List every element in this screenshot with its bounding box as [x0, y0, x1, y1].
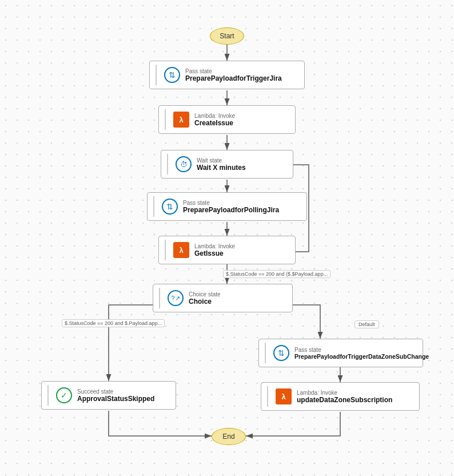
succeed-icon: ✓ [56, 387, 72, 403]
wait-icon: ⏱ [176, 156, 192, 172]
node-text: Choice state Choice [189, 291, 221, 306]
start-label: Start [220, 32, 234, 40]
state-name: PreparePayloadforPollingJira [183, 206, 279, 214]
prepare-payload-datazone-node[interactable]: ⇅ Pass state PreparePayloadforTriggerDat… [258, 339, 423, 367]
pass-icon-area: ⇅ [161, 198, 178, 215]
state-name: PreparePayloadforTriggerJira [185, 74, 282, 82]
node-divider [156, 65, 157, 85]
start-node[interactable]: Start [210, 27, 244, 45]
lambda-icon-area: λ [173, 241, 190, 259]
node-divider [265, 343, 266, 363]
pass-icon: ⇅ [164, 67, 180, 83]
node-text: Lambda: Invoke updateDataZoneSubscriptio… [297, 390, 392, 404]
state-type: Succeed state [77, 388, 154, 395]
prepare-payload-polling-node[interactable]: ⇅ Pass state PreparePayloadforPollingJir… [147, 192, 307, 221]
wait-icon-area: ⏱ [175, 156, 192, 173]
node-divider [159, 288, 160, 308]
state-type: Choice state [189, 291, 221, 298]
lambda-icon-area: λ [173, 111, 190, 128]
state-name: PreparePayloadforTriggerDataZoneSubChang… [294, 353, 429, 360]
lambda-icon-area: λ [275, 388, 292, 405]
state-type: Wait state [197, 157, 246, 164]
create-issue-node[interactable]: λ Lambda: Invoke CreateIssue [158, 105, 296, 134]
choice-icon: ?↗ [168, 290, 184, 306]
node-text: Pass state PreparePayloadforTriggerDataZ… [294, 347, 429, 360]
node-text: Lambda: Invoke GetIssue [194, 243, 235, 257]
state-type: Pass state [185, 68, 282, 74]
lambda-icon: λ [276, 388, 292, 404]
state-name: Wait X minutes [197, 164, 246, 172]
node-divider [165, 109, 166, 130]
state-type: Pass state [294, 347, 429, 353]
update-datazone-node[interactable]: λ Lambda: Invoke updateDataZoneSubscript… [261, 382, 420, 411]
node-text: Wait state Wait X minutes [197, 157, 246, 172]
lambda-icon: λ [173, 242, 189, 258]
status-code-label-left: $.StatusCode == 200 and $.Payload.app... [62, 319, 165, 327]
lambda-icon: λ [173, 112, 189, 128]
workflow-canvas: Start ⇅ Pass state PreparePayloadforTrig… [0, 0, 454, 476]
state-name: CreateIssue [194, 119, 235, 127]
node-text: Pass state PreparePayloadforTriggerJira [185, 68, 282, 82]
pass-icon-area: ⇅ [273, 344, 290, 362]
node-divider [47, 385, 49, 406]
node-text: Succeed state ApprovalStatusSkipped [77, 388, 154, 403]
node-divider [165, 240, 166, 260]
succeed-icon-area: ✓ [55, 387, 73, 404]
node-divider [167, 154, 168, 174]
state-type: Pass state [183, 200, 279, 206]
approval-skipped-node[interactable]: ✓ Succeed state ApprovalStatusSkipped [41, 381, 176, 410]
state-name: GetIssue [194, 249, 235, 257]
end-label: End [222, 433, 234, 441]
state-type: Lambda: Invoke [297, 390, 392, 396]
node-text: Pass state PreparePayloadforPollingJira [183, 200, 279, 214]
end-node[interactable]: End [212, 428, 246, 445]
choice-icon-area: ?↗ [167, 289, 184, 307]
state-type: Lambda: Invoke [194, 113, 235, 119]
default-label: Default [355, 320, 379, 328]
prepare-payload-jira-node[interactable]: ⇅ Pass state PreparePayloadforTriggerJir… [149, 61, 305, 89]
state-name: ApprovalStatusSkipped [77, 395, 154, 403]
node-divider [267, 386, 268, 407]
pass-icon: ⇅ [273, 345, 289, 361]
state-type: Lambda: Invoke [194, 243, 235, 249]
get-issue-node[interactable]: λ Lambda: Invoke GetIssue [158, 236, 296, 264]
wait-state-node[interactable]: ⏱ Wait state Wait X minutes [161, 150, 293, 178]
node-text: Lambda: Invoke CreateIssue [194, 113, 235, 127]
state-name: updateDataZoneSubscription [297, 396, 392, 404]
pass-icon-area: ⇅ [164, 66, 181, 84]
state-name: Choice [189, 298, 221, 306]
status-code-label-top: $.StatusCode == 200 and ($.$Payload.app.… [223, 270, 330, 278]
choice-node[interactable]: ?↗ Choice state Choice [153, 284, 293, 312]
node-divider [153, 196, 154, 217]
pass-icon: ⇅ [162, 199, 178, 215]
